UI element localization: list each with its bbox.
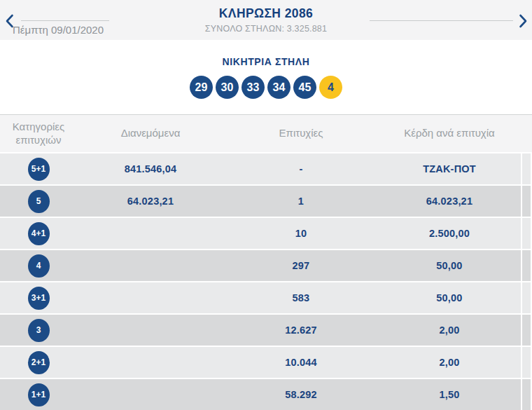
table-row-tail [522, 218, 531, 249]
draw-header: ΚΛΗΡΩΣΗ 2086 ΣΥΝΟΛΟ ΣΤΗΛΩΝ: 3.325.881 Πέ… [0, 0, 532, 40]
category-badge: 5 [28, 190, 50, 213]
winning-number-ball: 29 [190, 76, 213, 99]
table-row: 1+1 58.292 1,50 [0, 379, 532, 410]
header-divider-left [21, 20, 109, 21]
category-cell: 4+1 [0, 222, 77, 245]
prize-value: 64.023,21 [378, 196, 521, 207]
winning-number-ball: 33 [241, 76, 265, 99]
joker-draw-results-page: ΚΛΗΡΩΣΗ 2086 ΣΥΝΟΛΟ ΣΤΗΛΩΝ: 3.325.881 Πέ… [0, 0, 532, 410]
table-row-main: 4+1 10 2.500,00 [0, 218, 521, 249]
distributed-value: 841.546,04 [77, 163, 224, 175]
column-header-categories: Κατηγορίες επιτυχιών [0, 121, 77, 147]
prize-value: 2,00 [378, 357, 521, 368]
header-divider-right [370, 20, 513, 21]
table-body: 5+1 841.546,04 - ΤΖΑΚ-ΠΟΤ 5 64.023,21 1 … [0, 153, 532, 410]
category-cell: 5+1 [0, 158, 77, 181]
category-badge: 5+1 [28, 158, 50, 181]
winners-value: 10.044 [224, 357, 378, 368]
category-cell: 3 [0, 319, 77, 342]
prize-value: 50,00 [378, 292, 521, 303]
table-row-tail [522, 347, 531, 378]
table-row-tail [522, 186, 531, 217]
chevron-right-icon [519, 14, 528, 28]
category-badge: 4 [28, 254, 50, 278]
table-row-main: 1+1 58.292 1,50 [0, 379, 521, 410]
table-row-main: 3+1 583 50,00 [0, 282, 521, 313]
category-cell: 2+1 [0, 351, 77, 374]
category-cell: 1+1 [0, 383, 77, 406]
winners-value: 58.292 [224, 389, 378, 400]
joker-number-ball: 4 [319, 76, 342, 99]
category-badge: 4+1 [28, 222, 50, 245]
results-table: Κατηγορίες επιτυχιών Διανεμόμενα Επιτυχί… [0, 114, 532, 410]
column-header-prize: Κέρδη ανά επιτυχία [378, 127, 521, 140]
category-badge: 3+1 [28, 287, 50, 310]
table-row: 4 297 50,00 [0, 250, 532, 281]
draw-date: Πέμπτη 09/01/2020 [13, 24, 104, 36]
category-badge: 2+1 [28, 351, 50, 374]
table-row: 3+1 583 50,00 [0, 282, 532, 313]
winning-column-title: ΝΙΚΗΤΡΙΑ ΣΤΗΛΗ [0, 40, 532, 67]
winning-column-section: ΝΙΚΗΤΡΙΑ ΣΤΗΛΗ 29303334454 [0, 40, 532, 114]
table-row-tail [522, 379, 531, 410]
table-row: 3 12.627 2,00 [0, 315, 532, 346]
prize-value: 50,00 [378, 260, 521, 271]
prize-value: 2,00 [378, 324, 521, 336]
category-cell: 3+1 [0, 287, 77, 310]
table-row-main: 5 64.023,21 1 64.023,21 [0, 186, 521, 217]
prize-value: 1,50 [378, 389, 521, 400]
table-row: 4+1 10 2.500,00 [0, 218, 532, 249]
table-row-main: 3 12.627 2,00 [0, 315, 521, 346]
winners-value: - [224, 163, 378, 175]
table-row-main: 4 297 50,00 [0, 250, 521, 281]
winning-number-ball: 30 [216, 76, 239, 99]
category-cell: 5 [0, 190, 77, 213]
table-row-main: 5+1 841.546,04 - ΤΖΑΚ-ΠΟΤ [0, 153, 521, 184]
draw-title: ΚΛΗΡΩΣΗ 2086 [0, 0, 532, 21]
winners-value: 583 [224, 292, 378, 303]
winning-number-ball: 34 [267, 76, 290, 99]
next-draw-button[interactable] [517, 13, 529, 29]
table-row-main: 2+1 10.044 2,00 [0, 347, 521, 378]
table-header-row: Κατηγορίες επιτυχιών Διανεμόμενα Επιτυχί… [0, 114, 532, 152]
column-header-distributed: Διανεμόμενα [77, 127, 224, 140]
category-badge: 1+1 [28, 383, 50, 406]
winners-value: 297 [224, 260, 378, 271]
winning-number-ball: 45 [293, 76, 316, 99]
column-header-winners: Επιτυχίες [224, 127, 378, 140]
table-row-tail [522, 250, 531, 281]
table-row-tail [522, 153, 531, 184]
winners-value: 1 [224, 196, 378, 207]
table-row: 5+1 841.546,04 - ΤΖΑΚ-ΠΟΤ [0, 153, 532, 184]
category-badge: 3 [28, 319, 50, 342]
table-row-tail [522, 282, 531, 313]
winning-numbers: 29303334454 [0, 76, 532, 99]
table-row-tail [522, 315, 531, 346]
winners-value: 10 [224, 228, 378, 239]
prize-value: ΤΖΑΚ-ΠΟΤ [378, 163, 521, 175]
distributed-value: 64.023,21 [77, 196, 224, 207]
category-cell: 4 [0, 254, 77, 278]
winners-value: 12.627 [224, 324, 378, 336]
table-row: 2+1 10.044 2,00 [0, 347, 532, 378]
table-row: 5 64.023,21 1 64.023,21 [0, 186, 532, 217]
prize-value: 2.500,00 [378, 228, 521, 239]
